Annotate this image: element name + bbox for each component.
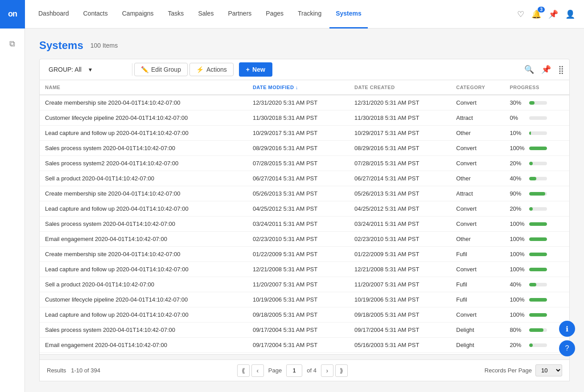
next-page-button[interactable]: ›: [321, 364, 333, 377]
nav-link-partners[interactable]: Partners: [222, 0, 258, 29]
cell-date-modified: 02/23/2010 5:31 AM PST: [247, 232, 349, 247]
progress-bar-fill: [529, 328, 543, 332]
progress-bar-background: [529, 116, 547, 120]
cell-date-modified: 11/20/2007 5:31 AM PST: [247, 277, 349, 292]
new-button[interactable]: + New: [239, 62, 272, 77]
left-sidebar: ⧉: [0, 29, 25, 392]
cell-date-created: 07/28/2015 5:31 AM PST: [349, 156, 451, 171]
table-row[interactable]: Email engagement 2020-04-01T14:10:42-07:…: [40, 338, 569, 353]
table-row[interactable]: Lead capture and follow up 2020-04-01T14…: [40, 262, 569, 277]
cell-date-created: 12/21/2008 5:31 AM PST: [349, 262, 451, 277]
favorites-icon[interactable]: ♡: [517, 9, 524, 19]
progress-bar-fill: [529, 313, 547, 317]
progress-bar-fill: [529, 207, 533, 211]
table-row[interactable]: Sales process system2 2020-04-01T14:10:4…: [40, 156, 569, 171]
table-row[interactable]: Create membership site 2020-04-01T14:10:…: [40, 247, 569, 262]
cell-date-modified: 09/17/2004 5:31 AM PST: [247, 323, 349, 338]
progress-bar-fill: [529, 192, 545, 196]
col-header-name: NAME: [40, 80, 247, 95]
progress-bar-background: [529, 268, 547, 271]
cell-progress: 100%: [504, 292, 569, 307]
cell-progress: 100%: [504, 216, 569, 232]
logo[interactable]: on: [0, 0, 25, 29]
rpp-select[interactable]: 102550100: [535, 364, 562, 376]
actions-button[interactable]: ⚡ Actions: [189, 63, 234, 76]
filter-button[interactable]: 📌: [539, 63, 553, 76]
cell-name: Sales process system 2020-04-01T14:10:42…: [40, 141, 247, 156]
notifications-icon[interactable]: 🔔 3: [531, 9, 541, 19]
nav-link-systems[interactable]: Systems: [329, 0, 368, 29]
nav-link-tasks[interactable]: Tasks: [162, 0, 190, 29]
actions-label: Actions: [206, 66, 227, 73]
edit-icon: ✏️: [141, 66, 148, 73]
progress-bar-background: [529, 328, 547, 332]
cell-progress: 0%: [504, 110, 569, 126]
table-row[interactable]: Lead capture and follow up 2020-04-01T14…: [40, 201, 569, 216]
info-button[interactable]: ℹ: [559, 321, 575, 337]
table-row[interactable]: Create membership site 2020-04-01T14:10:…: [40, 95, 569, 110]
nav-link-contacts[interactable]: Contacts: [77, 0, 114, 29]
page-input[interactable]: [286, 364, 302, 377]
group-selector[interactable]: GROUP: All ▾: [43, 63, 132, 76]
nav-link-tracking[interactable]: Tracking: [292, 0, 328, 29]
edit-group-button[interactable]: ✏️ Edit Group: [134, 63, 188, 76]
table-row[interactable]: Create membership site 2020-04-01T14:10:…: [40, 186, 569, 201]
cell-name: Lead capture and follow up 2020-04-01T14…: [40, 201, 247, 216]
horizontal-scrollbar[interactable]: [39, 355, 570, 360]
cell-progress: 100%: [504, 247, 569, 262]
pin-icon[interactable]: 📌: [548, 9, 558, 19]
cell-category: Convert: [451, 156, 504, 171]
progress-bar-background: [529, 147, 547, 150]
progress-bar-background: [529, 131, 547, 135]
page-label: Page: [268, 367, 282, 374]
cell-category: Fufil: [451, 277, 504, 292]
table-row[interactable]: Sell a product 2020-04-01T14:10:42-07:00…: [40, 171, 569, 186]
table-row[interactable]: Lead capture and follow up 2020-04-01T14…: [40, 307, 569, 323]
help-button[interactable]: ?: [559, 340, 575, 356]
cell-date-modified: 04/25/2012 5:31 AM PST: [247, 201, 349, 216]
nav-link-pages[interactable]: Pages: [259, 0, 290, 29]
cell-date-created: 11/20/2007 5:31 AM PST: [349, 277, 451, 292]
progress-bar-background: [529, 192, 547, 196]
progress-percent: 20%: [510, 205, 526, 212]
cell-category: Convert: [451, 307, 504, 323]
table-row[interactable]: Sales process system 2020-04-01T14:10:42…: [40, 216, 569, 232]
search-button[interactable]: 🔍: [522, 63, 536, 76]
last-page-button[interactable]: ⟫: [335, 364, 348, 377]
nav-link-dashboard[interactable]: Dashboard: [32, 0, 75, 29]
table-row[interactable]: Customer lifecycle pipeline 2020-04-01T1…: [40, 110, 569, 126]
sidebar-copy-icon[interactable]: ⧉: [6, 36, 19, 52]
table-row[interactable]: Lead capture and follow up 2020-04-01T14…: [40, 126, 569, 141]
col-header-date_modified[interactable]: DATE MODIFIED ↓: [247, 80, 349, 95]
table-row[interactable]: Customer lifecycle pipeline 2020-04-01T1…: [40, 292, 569, 307]
cell-date-created: 02/23/2010 5:31 AM PST: [349, 232, 451, 247]
nav-link-sales[interactable]: Sales: [192, 0, 220, 29]
first-page-button[interactable]: ⟪: [237, 364, 250, 377]
table-row[interactable]: Sales process system 2020-04-01T14:10:42…: [40, 323, 569, 338]
user-icon[interactable]: 👤: [565, 9, 575, 19]
main-content: ⧉ Systems 100 Items GROUP: All ▾ ✏️ Edit…: [0, 29, 584, 392]
table-row[interactable]: Email engagement 2020-04-01T14:10:42-07:…: [40, 232, 569, 247]
progress-bar-fill: [529, 298, 547, 302]
cell-progress: 10%: [504, 126, 569, 141]
group-chevron-icon: ▾: [89, 66, 92, 73]
prev-page-button[interactable]: ‹: [251, 364, 264, 377]
table-row[interactable]: Sales process system 2020-04-01T14:10:42…: [40, 141, 569, 156]
progress-bar-fill: [529, 283, 536, 286]
toolbar: GROUP: All ▾ ✏️ Edit Group ⚡ Actions + N…: [39, 59, 570, 80]
cell-progress: 40%: [504, 171, 569, 186]
col-header-category: CATEGORY: [451, 80, 504, 95]
table-row[interactable]: Sell a product 2020-04-01T14:10:42-07:00…: [40, 277, 569, 292]
progress-bar-background: [529, 222, 547, 226]
progress-percent: 100%: [510, 296, 526, 303]
progress-bar-fill: [529, 131, 531, 135]
nav-link-campaigns[interactable]: Campaigns: [116, 0, 160, 29]
progress-percent: 40%: [510, 175, 526, 182]
progress-bar-fill: [529, 147, 547, 150]
cell-progress: 20%: [504, 201, 569, 216]
cell-date-modified: 07/28/2015 5:31 AM PST: [247, 156, 349, 171]
col-header-date_created: DATE CREATED: [349, 80, 451, 95]
columns-button[interactable]: ⣿: [556, 63, 566, 76]
cell-date-modified: 09/18/2005 5:31 AM PST: [247, 307, 349, 323]
plus-icon: +: [246, 66, 250, 73]
